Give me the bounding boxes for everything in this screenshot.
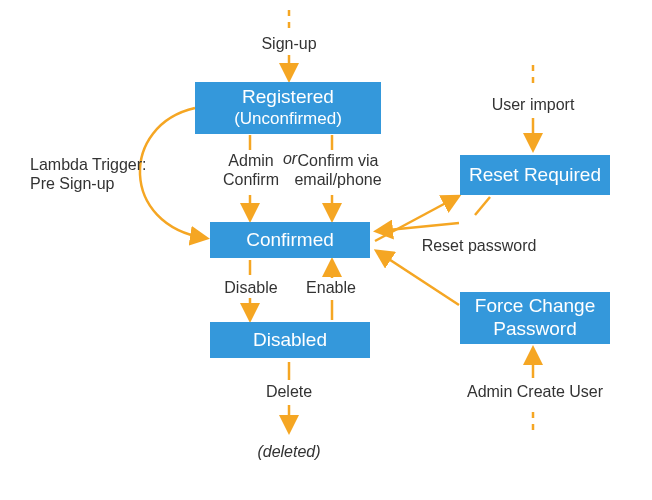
state-confirmed-label: Confirmed [246, 229, 334, 252]
label-admin-confirm: Admin Confirm [220, 151, 282, 189]
label-delete: Delete [258, 382, 320, 401]
label-deleted: (deleted) [252, 442, 326, 461]
state-force-change-password-label: Force Change Password [475, 295, 595, 341]
svg-line-15 [375, 197, 457, 241]
state-registered-subtitle: (Unconfirmed) [234, 109, 342, 129]
state-confirmed: Confirmed [210, 222, 370, 258]
label-reset-password: Reset password [414, 236, 544, 255]
state-disabled: Disabled [210, 322, 370, 358]
label-signup: Sign-up [258, 34, 320, 53]
svg-line-19 [475, 197, 490, 215]
label-admin-create-user: Admin Create User [460, 382, 610, 401]
label-lambda-trigger: Lambda Trigger: Pre Sign-up [30, 155, 160, 193]
state-registered-title: Registered [242, 86, 334, 109]
label-disable: Disable [220, 278, 282, 297]
state-disabled-label: Disabled [253, 329, 327, 352]
state-reset-required: Reset Required [460, 155, 610, 195]
label-confirm-via: Confirm via email/phone [290, 151, 386, 189]
label-enable: Enable [300, 278, 362, 297]
state-force-change-password: Force Change Password [460, 292, 610, 344]
svg-line-14 [378, 223, 459, 231]
state-reset-required-label: Reset Required [469, 164, 601, 187]
state-registered: Registered (Unconfirmed) [195, 82, 381, 134]
label-user-import: User import [486, 95, 580, 114]
svg-line-18 [378, 252, 459, 305]
